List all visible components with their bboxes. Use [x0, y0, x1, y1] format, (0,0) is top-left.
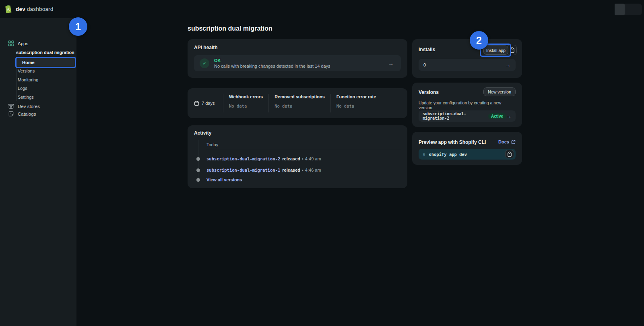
shopify-logo-icon: S	[4, 4, 12, 14]
api-health-message: No calls with breaking changes detected …	[214, 64, 388, 69]
api-health-status: OK	[214, 58, 388, 63]
metric-label: Webhook errors	[229, 94, 263, 99]
divider	[206, 150, 401, 150]
metric-label: Removed subscriptions	[275, 94, 325, 99]
metric-value: No data	[336, 104, 376, 108]
current-version-row[interactable]: subscription-dual-migration-2 Active →	[419, 110, 516, 122]
metric-label: Function error rate	[336, 94, 376, 99]
version-link[interactable]: subscription-dual-migration-2	[206, 156, 280, 161]
page-title: subscription dual migration	[188, 25, 272, 32]
sidebar-item-monitoring[interactable]: Monitoring	[18, 75, 74, 84]
installs-title: Installs	[419, 47, 435, 52]
timeline-dot	[196, 157, 200, 161]
activity-time: 4:46 am	[305, 168, 321, 172]
external-link-icon	[511, 140, 516, 144]
installs-count: 0	[423, 62, 426, 67]
activity-action: released	[282, 168, 300, 172]
metrics-card: 7 days Webhook errors No data Removed su…	[188, 88, 407, 118]
arrow-right-icon[interactable]: →	[388, 60, 394, 66]
api-health-title: API health	[194, 45, 218, 50]
api-health-texts: OK No calls with breaking changes detect…	[214, 58, 388, 69]
metric-value: No data	[229, 104, 263, 108]
sidebar-item-dev-stores[interactable]: Dev stores	[8, 103, 40, 109]
activity-view-all-row: View all versions	[206, 177, 401, 182]
view-all-versions-link[interactable]: View all versions	[206, 177, 242, 182]
cli-command: shopify app dev	[429, 152, 467, 157]
sidebar-monitoring-label: Monitoring	[18, 77, 38, 82]
calendar-icon	[194, 101, 199, 106]
preview-cli-card: Preview app with Shopify CLI Docs $ shop…	[412, 132, 522, 165]
metric-removed-subscriptions: Removed subscriptions No data	[269, 88, 330, 118]
versions-title: Versions	[419, 89, 439, 95]
arrow-right-icon[interactable]: →	[506, 113, 512, 119]
metrics-period-selector[interactable]: 7 days	[194, 88, 223, 118]
svg-text:S: S	[7, 7, 10, 12]
copy-command-button[interactable]	[505, 150, 514, 158]
sidebar-catalogs-label: Catalogs	[18, 112, 36, 116]
brand-dashboard: dashboard	[27, 6, 54, 12]
sidebar-versions-label: Versions	[18, 69, 35, 73]
sidebar-app-name[interactable]: subscription dual migration	[16, 50, 74, 55]
dev-dashboard-page: S devdashboard Apps subscription dual mi…	[0, 0, 644, 326]
sidebar-item-logs[interactable]: Logs	[18, 84, 74, 92]
annotation-step-2: 2	[470, 31, 488, 50]
version-link[interactable]: subscription-dual-migration-1	[206, 168, 280, 172]
activity-title: Activity	[194, 130, 211, 136]
activity-group-label: Today	[206, 142, 218, 147]
apps-grid-icon	[8, 40, 14, 46]
brand-dev: dev	[16, 6, 25, 12]
versions-description: Update your configuration by creating a …	[419, 100, 516, 110]
api-health-status-row[interactable]: ✓ OK No calls with breaking changes dete…	[194, 55, 401, 71]
clipboard-icon	[510, 47, 515, 53]
sidebar-home-label: Home	[17, 60, 35, 65]
docs-link[interactable]: Docs	[498, 139, 516, 144]
activity-separator: •	[302, 168, 303, 172]
install-app-button[interactable]: Install app	[483, 46, 508, 55]
versions-card: Versions New version Update your configu…	[412, 83, 522, 127]
sidebar-item-apps[interactable]: Apps	[8, 40, 28, 46]
metric-webhook-errors: Webhook errors No data	[223, 88, 268, 118]
sidebar-item-settings[interactable]: Settings	[18, 93, 74, 101]
topbar-menu-placeholder[interactable]	[625, 4, 642, 15]
metric-value: No data	[275, 104, 325, 108]
api-health-card: API health ✓ OK No calls with breaking c…	[188, 39, 407, 78]
activity-action: released	[282, 156, 300, 161]
clipboard-icon	[507, 152, 512, 157]
active-status-badge: Active	[488, 113, 506, 119]
metric-function-error-rate: Function error rate No data	[331, 88, 382, 118]
arrow-right-icon[interactable]: →	[505, 62, 511, 68]
cli-command-block: $ shopify app dev	[419, 149, 516, 160]
new-version-button[interactable]: New version	[483, 87, 516, 96]
metrics-period-label: 7 days	[202, 101, 215, 106]
activity-entry: subscription-dual-migration-2 released •…	[206, 156, 401, 161]
sidebar-logs-label: Logs	[18, 86, 27, 91]
sidebar-item-catalogs[interactable]: Catalogs	[8, 111, 36, 117]
activity-time: 4:49 am	[305, 156, 321, 161]
annotation-step-1: 1	[69, 17, 87, 36]
brand-title: devdashboard	[16, 6, 53, 12]
topbar: S devdashboard	[0, 0, 644, 18]
topbar-action-placeholder[interactable]	[615, 4, 625, 15]
installs-card: Installs Install app 0 →	[412, 39, 522, 78]
sidebar-settings-label: Settings	[18, 95, 34, 100]
activity-separator: •	[302, 156, 303, 161]
sidebar-item-versions[interactable]: Versions	[18, 66, 74, 75]
timeline-dot	[196, 168, 200, 172]
current-version-name: subscription-dual-migration-2	[423, 112, 485, 120]
preview-title: Preview app with Shopify CLI	[419, 139, 486, 145]
brand[interactable]: S devdashboard	[4, 4, 53, 14]
timeline-dot	[196, 178, 200, 182]
activity-card: Activity Today subscription-dual-migrati…	[188, 125, 407, 188]
activity-entry: subscription-dual-migration-1 released •…	[206, 168, 401, 172]
cli-prompt: $	[423, 152, 425, 157]
storefront-icon	[8, 103, 14, 109]
installs-count-row[interactable]: 0 →	[419, 59, 516, 71]
catalog-icon	[8, 111, 14, 117]
sidebar-dev-stores-label: Dev stores	[18, 104, 40, 109]
sidebar-apps-label: Apps	[18, 41, 28, 46]
copy-install-link-button[interactable]	[507, 45, 517, 55]
check-icon: ✓	[200, 58, 209, 68]
sidebar: Apps subscription dual migration Home Ve…	[0, 18, 76, 326]
docs-link-label: Docs	[498, 139, 509, 144]
